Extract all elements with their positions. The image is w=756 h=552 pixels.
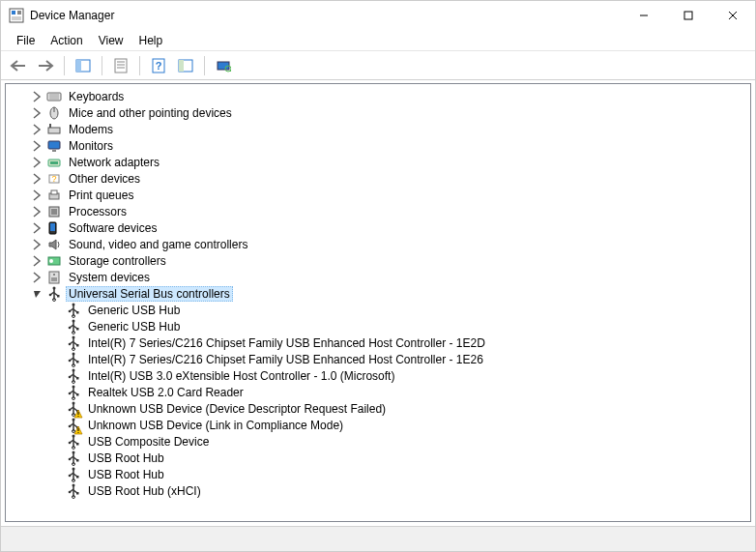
expand-arrow-icon[interactable] <box>31 156 44 169</box>
cpu-icon <box>46 204 62 219</box>
tree-category[interactable]: Sound, video and game controllers <box>6 236 750 252</box>
toolbar-forward-button[interactable] <box>34 54 57 77</box>
tree-device[interactable]: USB Root Hub <box>6 466 750 482</box>
menu-action[interactable]: Action <box>43 32 90 49</box>
toolbar-properties-button[interactable] <box>109 54 132 77</box>
svg-text:?: ? <box>156 60 162 72</box>
network-icon <box>46 155 62 170</box>
maximize-button[interactable] <box>666 1 711 30</box>
tree-device-label: USB Root Hub <box>85 450 167 466</box>
expand-arrow-icon[interactable] <box>31 271 44 284</box>
svg-rect-38 <box>684 12 692 19</box>
leaf-spacer <box>50 484 64 498</box>
svg-rect-42 <box>76 60 81 72</box>
leaf-spacer <box>50 451 64 465</box>
tree-category-label: Storage controllers <box>66 253 169 269</box>
expand-arrow-icon[interactable] <box>31 221 44 235</box>
toolbar-back-button[interactable] <box>7 54 30 77</box>
tree-category-label: Keyboards <box>66 89 127 104</box>
tree-device-label: USB Composite Device <box>85 434 212 450</box>
leaf-spacer <box>50 320 64 334</box>
device-tree-frame: KeyboardsMice and other pointing devices… <box>5 83 751 522</box>
expand-arrow-icon[interactable] <box>31 205 44 218</box>
tree-category-label: Mice and other pointing devices <box>66 105 235 121</box>
usb-icon <box>66 418 81 433</box>
close-button[interactable] <box>711 1 755 30</box>
expand-arrow-icon[interactable] <box>31 254 44 268</box>
device-tree[interactable]: KeyboardsMice and other pointing devices… <box>6 84 750 521</box>
tree-category-label: Print queues <box>66 188 136 203</box>
tree-device-label: Unknown USB Device (Link in Compliance M… <box>85 418 346 433</box>
tree-device-label: Realtek USB 2.0 Card Reader <box>85 385 247 400</box>
expand-arrow-icon[interactable] <box>31 139 44 153</box>
usb-icon <box>66 467 81 482</box>
tree-category[interactable]: Processors <box>6 203 750 219</box>
tree-category[interactable]: Storage controllers <box>6 252 750 269</box>
tree-category-label: Monitors <box>66 138 116 154</box>
expand-arrow-icon[interactable] <box>31 106 44 120</box>
tree-category[interactable]: System devices <box>6 269 750 285</box>
usb-icon <box>66 319 81 334</box>
tree-category[interactable]: Software devices <box>6 219 750 236</box>
other-icon <box>46 171 62 187</box>
tree-category[interactable]: Monitors <box>6 137 750 154</box>
tree-category[interactable]: Mice and other pointing devices <box>6 104 750 121</box>
leaf-spacer <box>50 435 64 449</box>
menu-help[interactable]: Help <box>131 32 171 49</box>
tree-device[interactable]: Intel(R) USB 3.0 eXtensible Host Control… <box>6 367 750 384</box>
tree-category[interactable]: Print queues <box>6 187 750 203</box>
tree-category[interactable]: Other devices <box>6 170 750 187</box>
usb-icon <box>66 385 81 400</box>
tree-category[interactable]: Modems <box>6 121 750 137</box>
usb-icon <box>66 434 81 450</box>
tree-device[interactable]: Intel(R) 7 Series/C216 Chipset Family US… <box>6 334 750 351</box>
expand-arrow-icon[interactable] <box>31 123 44 136</box>
expand-arrow-icon[interactable] <box>31 238 44 251</box>
tree-category-label: Sound, video and game controllers <box>66 237 250 252</box>
software-icon <box>46 220 62 236</box>
tree-device[interactable]: USB Composite Device <box>6 433 750 450</box>
tree-device[interactable]: Intel(R) 7 Series/C216 Chipset Family US… <box>6 351 750 367</box>
minimize-button[interactable] <box>622 1 666 30</box>
leaf-spacer <box>50 353 64 366</box>
svg-rect-50 <box>179 60 184 72</box>
expand-arrow-icon[interactable] <box>31 287 44 301</box>
tree-device[interactable]: Unknown USB Device (Device Descriptor Re… <box>6 400 750 417</box>
menu-file[interactable]: File <box>9 32 43 49</box>
tree-device[interactable]: Generic USB Hub <box>6 318 750 334</box>
window-controls <box>622 1 755 30</box>
leaf-spacer <box>50 369 64 383</box>
tree-device[interactable]: USB Root Hub (xHCI) <box>6 482 750 499</box>
expand-arrow-icon[interactable] <box>31 90 44 103</box>
tree-device[interactable]: Generic USB Hub <box>6 302 750 318</box>
tree-category[interactable]: Network adapters <box>6 154 750 170</box>
menu-view[interactable]: View <box>91 32 131 49</box>
tree-category-label: Modems <box>66 122 116 137</box>
tree-device-label: Intel(R) USB 3.0 eXtensible Host Control… <box>85 368 397 384</box>
toolbar-help-button[interactable]: ? <box>147 54 170 77</box>
storage-icon <box>46 253 62 269</box>
toolbar-scan-button[interactable] <box>212 54 235 77</box>
usb-icon <box>66 483 81 499</box>
expand-arrow-icon[interactable] <box>31 172 44 186</box>
leaf-spacer <box>50 386 64 399</box>
tree-category[interactable]: Universal Serial Bus controllers <box>6 285 750 302</box>
tree-device[interactable]: Unknown USB Device (Link in Compliance M… <box>6 417 750 433</box>
tree-category-label: Other devices <box>66 171 143 187</box>
leaf-spacer <box>50 304 64 317</box>
tree-device-label: USB Root Hub <box>85 467 167 482</box>
usb-icon <box>66 335 81 351</box>
tree-category-label: Processors <box>66 204 130 219</box>
expand-arrow-icon[interactable] <box>31 189 44 202</box>
tree-category[interactable]: Keyboards <box>6 88 750 104</box>
tree-device[interactable]: Realtek USB 2.0 Card Reader <box>6 384 750 400</box>
tree-device[interactable]: USB Root Hub <box>6 450 750 466</box>
toolbar-refresh-button[interactable] <box>174 54 197 77</box>
usb-icon <box>46 286 62 302</box>
toolbar-console-tree-button[interactable] <box>72 54 95 77</box>
toolbar-separator <box>102 56 102 75</box>
toolbar-separator <box>139 56 140 75</box>
tree-device-label: Intel(R) 7 Series/C216 Chipset Family US… <box>85 335 488 351</box>
usb-icon <box>66 303 81 318</box>
window-title: Device Manager <box>30 9 622 22</box>
